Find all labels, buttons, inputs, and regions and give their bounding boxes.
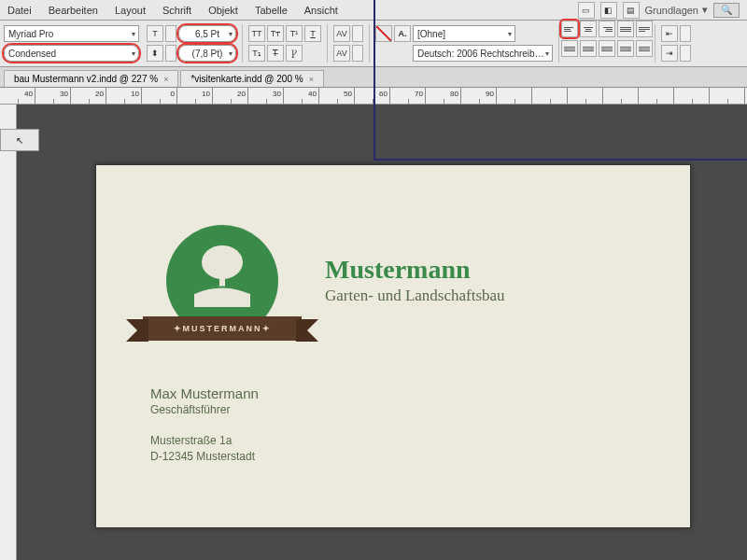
arrange-icon[interactable]: ▤ [623, 2, 640, 19]
kerning-stepper[interactable] [352, 25, 363, 42]
font-style-dropdown[interactable]: Condensed [4, 45, 139, 62]
leading-icon: ⬍ [147, 45, 163, 62]
ruler-tick [426, 88, 461, 104]
tracking-stepper[interactable] [352, 45, 363, 62]
smallcaps-icon[interactable]: Tᴛ [267, 25, 284, 42]
logo-ribbon: ✦ MUSTERMANN ✦ [143, 316, 302, 341]
underline-icon[interactable]: T [304, 25, 321, 42]
font-family-dropdown[interactable]: Myriad Pro [4, 25, 139, 42]
fill-none-icon[interactable] [375, 25, 392, 42]
ruler-tick [390, 88, 426, 104]
view-mode-icon[interactable]: ▭ [578, 2, 595, 19]
indent-right-stepper[interactable] [680, 45, 691, 62]
leading-dropdown[interactable]: (7,8 Pt) [178, 45, 236, 62]
menu-layout[interactable]: Layout [115, 5, 146, 16]
ruler-tick [71, 88, 106, 104]
company-tagline: Garten- und Landschaftsbau [325, 287, 505, 305]
align-extra-1-button[interactable] [617, 40, 634, 57]
screen-mode-icon[interactable]: ◧ [600, 2, 617, 19]
ruler-tick [0, 88, 35, 104]
ruler-tick [213, 88, 248, 104]
align-justify-last-left-button[interactable] [636, 21, 653, 37]
ruler-tick [248, 88, 284, 104]
ligature-icon[interactable]: Ꝩ [286, 45, 303, 62]
menu-objekt[interactable]: Objekt [208, 5, 238, 16]
overlay-guide-vertical [374, 0, 375, 159]
svg-rect-1 [219, 270, 225, 287]
align-left-button[interactable] [561, 21, 578, 37]
ruler-tick [106, 88, 142, 104]
allcaps-icon[interactable]: TT [248, 25, 265, 42]
workspace-switcher[interactable]: Grundlagen▾ [645, 4, 709, 16]
contact-street: Musterstraße 1a [150, 433, 259, 449]
char-style-dropdown[interactable]: [Ohne] [413, 25, 515, 42]
document-tab[interactable]: bau Mustermann v2.indd @ 227 %× [4, 70, 178, 87]
vertical-ruler[interactable] [0, 105, 17, 560]
align-towards-spine-button[interactable] [580, 40, 597, 57]
leading-stepper[interactable] [165, 45, 176, 62]
close-icon[interactable]: × [309, 75, 314, 84]
company-name: Mustermann [325, 255, 505, 285]
ruler-tick [142, 88, 177, 104]
alignment-group [561, 21, 653, 66]
contact-block: Max Mustermann Geschäftsführer Musterstr… [150, 385, 259, 465]
company-title-block: Mustermann Garten- und Landschaftsbau [325, 255, 505, 305]
indent-right-icon[interactable]: ⇥ [661, 45, 678, 62]
ruler-tick [461, 88, 497, 104]
align-extra-2-button[interactable] [636, 40, 653, 57]
indent-left-icon[interactable]: ⇤ [661, 25, 678, 42]
ruler-tick [35, 88, 71, 104]
menu-schrift[interactable]: Schrift [162, 5, 191, 16]
logo: ✦ MUSTERMANN ✦ [143, 225, 302, 341]
ruler-tick [177, 88, 213, 104]
overlay-guide-horizontal [374, 159, 747, 161]
ruler-tick [319, 88, 355, 104]
align-center-button[interactable] [580, 21, 597, 37]
strikethrough-icon[interactable]: T̶ [267, 45, 284, 62]
contact-name: Max Mustermann [150, 385, 259, 401]
close-icon[interactable]: × [163, 75, 168, 84]
search-button[interactable]: 🔍 [713, 3, 740, 18]
align-justify-all-button[interactable] [561, 40, 578, 57]
menu-datei[interactable]: Datei [7, 5, 32, 16]
language-dropdown[interactable]: Deutsch: 2006 Rechtschreib… [413, 45, 553, 62]
document-page[interactable]: ✦ MUSTERMANN ✦ Mustermann Garten- und La… [95, 164, 691, 528]
document-tab[interactable]: *visitenkarte.indd @ 200 %× [180, 70, 323, 87]
font-size-icon: T [147, 25, 163, 42]
canvas[interactable]: ↖ ✦ MUSTERMANN ✦ Mustermann Garten- und … [0, 105, 747, 560]
ruler-tick [284, 88, 319, 104]
superscript-icon[interactable]: T¹ [286, 25, 303, 42]
menu-ansicht[interactable]: Ansicht [304, 5, 338, 16]
align-right-button[interactable] [599, 21, 615, 37]
kerning-icon: AV [333, 25, 350, 42]
align-away-spine-button[interactable] [599, 40, 615, 57]
char-style-icon: A. [394, 25, 411, 42]
font-size-stepper[interactable] [165, 25, 176, 42]
menu-tabelle[interactable]: Tabelle [255, 5, 288, 16]
contact-city: D-12345 Musterstadt [150, 449, 259, 465]
contact-role: Geschäftsführer [150, 403, 259, 416]
subscript-icon[interactable]: T₁ [248, 45, 265, 62]
tracking-icon: AV [333, 45, 350, 62]
tree-icon [190, 242, 255, 307]
indent-left-stepper[interactable] [680, 25, 691, 42]
menu-bearbeiten[interactable]: Bearbeiten [49, 5, 98, 16]
align-justify-button[interactable] [617, 21, 634, 37]
ruler-tick [355, 88, 390, 104]
font-size-dropdown[interactable]: 6,5 Pt [178, 25, 236, 42]
